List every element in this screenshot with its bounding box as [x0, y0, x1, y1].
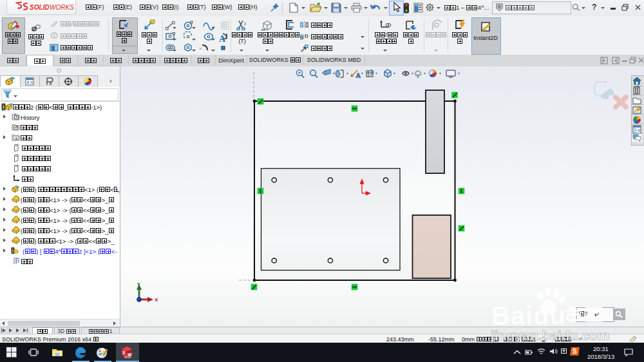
svg-text:A: A — [15, 136, 18, 140]
svg-text:A: A — [219, 34, 226, 44]
svg-text:A: A — [356, 72, 361, 79]
svg-text:X: X — [155, 297, 158, 303]
svg-text:SOLID: SOLID — [30, 4, 50, 11]
svg-text:S: S — [122, 350, 126, 355]
svg-text:2016: 2016 — [124, 356, 131, 359]
svg-text:Y: Y — [137, 281, 141, 287]
svg-text:WORKS: WORKS — [50, 4, 74, 11]
